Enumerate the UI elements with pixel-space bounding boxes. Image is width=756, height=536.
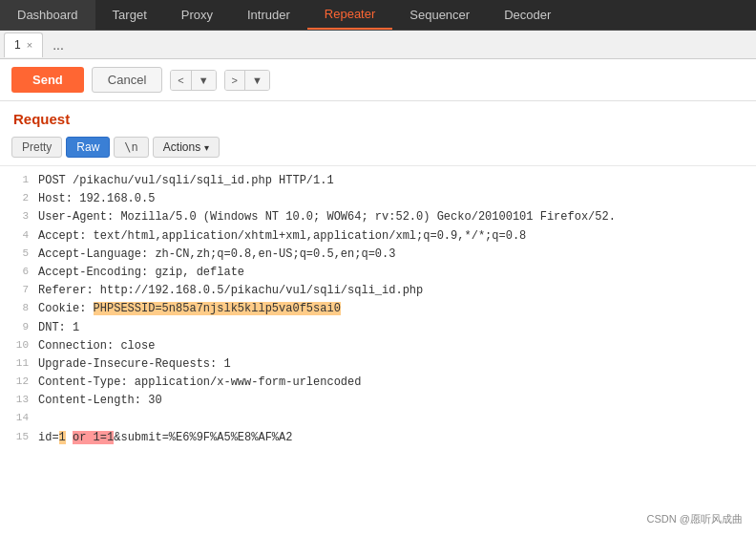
toolbar: Send Cancel < ▼ > ▼ [0, 59, 756, 101]
code-line-7: 7 Referer: http://192.168.0.5/pikachu/vu… [0, 282, 756, 300]
or-highlight: or 1=1 [73, 431, 114, 444]
code-line-5: 5 Accept-Language: zh-CN,zh;q=0.8,en-US;… [0, 246, 756, 264]
cookie-highlight: PHPSESSID=5n85a7njslk5kllp5va0f5sai0 [94, 302, 341, 315]
nav-proxy[interactable]: Proxy [164, 0, 230, 30]
tab-close[interactable]: × [27, 39, 32, 51]
nav-dashboard[interactable]: Dashboard [0, 0, 95, 30]
nav-repeater[interactable]: Repeater [307, 0, 392, 30]
next-dropdown-button[interactable]: ▼ [245, 71, 269, 90]
tab-more[interactable]: ... [43, 32, 74, 57]
nav-bar: Dashboard Target Proxy Intruder Repeater… [0, 0, 756, 31]
watermark: CSDN @愿听风成曲 [647, 512, 743, 526]
id-highlight: 1 [59, 431, 66, 444]
code-line-10: 10 Connection: close [0, 337, 756, 355]
format-newline-button[interactable]: \n [114, 137, 148, 158]
request-title: Request [0, 101, 756, 133]
next-nav-group: > ▼ [224, 70, 270, 91]
prev-button[interactable]: < [171, 71, 191, 90]
code-line-1: 1 POST /pikachu/vul/sqli/sqli_id.php HTT… [0, 172, 756, 190]
nav-decoder[interactable]: Decoder [487, 0, 568, 30]
code-line-15: 15 id=1 or 1=1&submit=%E6%9F%A5%E8%AF%A2 [0, 429, 756, 447]
request-section: Request Pretty Raw \n Actions ▾ 1 POST /… [0, 101, 756, 453]
format-pretty-button[interactable]: Pretty [11, 137, 62, 158]
code-line-14: 14 [0, 410, 756, 428]
code-line-2: 2 Host: 192.168.0.5 [0, 190, 756, 208]
request-code-area[interactable]: 1 POST /pikachu/vul/sqli/sqli_id.php HTT… [0, 165, 756, 453]
code-line-13: 13 Content-Length: 30 [0, 392, 756, 410]
prev-dropdown-button[interactable]: ▼ [192, 71, 216, 90]
cancel-button[interactable]: Cancel [92, 67, 162, 93]
prev-nav-group: < ▼ [170, 70, 216, 91]
actions-chevron-icon: ▾ [204, 142, 209, 153]
nav-intruder[interactable]: Intruder [230, 0, 307, 30]
tab-number: 1 [14, 38, 21, 52]
actions-dropdown-button[interactable]: Actions ▾ [153, 137, 220, 158]
tab-1[interactable]: 1 × [4, 32, 43, 57]
code-line-8: 8 Cookie: PHPSESSID=5n85a7njslk5kllp5va0… [0, 300, 756, 318]
code-line-3: 3 User-Agent: Mozilla/5.0 (Windows NT 10… [0, 208, 756, 226]
send-button[interactable]: Send [11, 67, 84, 93]
code-line-9: 9 DNT: 1 [0, 319, 756, 337]
format-raw-button[interactable]: Raw [66, 137, 110, 158]
code-line-12: 12 Content-Type: application/x-www-form-… [0, 374, 756, 392]
nav-target[interactable]: Target [95, 0, 164, 30]
request-sub-toolbar: Pretty Raw \n Actions ▾ [0, 133, 756, 165]
code-line-4: 4 Accept: text/html,application/xhtml+xm… [0, 227, 756, 246]
tab-bar: 1 × ... [0, 31, 756, 59]
next-button[interactable]: > [225, 71, 245, 90]
nav-sequencer[interactable]: Sequencer [392, 0, 487, 30]
code-line-6: 6 Accept-Encoding: gzip, deflate [0, 264, 756, 282]
actions-label: Actions [163, 140, 200, 154]
code-line-11: 11 Upgrade-Insecure-Requests: 1 [0, 355, 756, 374]
